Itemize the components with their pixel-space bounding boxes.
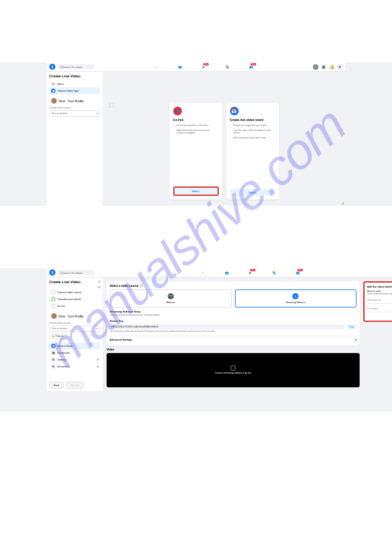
video-preview: Connect streaming software to go live (107, 353, 360, 387)
content-area: ⛶ 📹 Go live Go live by yourself or with … (103, 72, 345, 206)
sidebar-title: Create Live Video ? (49, 280, 100, 284)
profile-row[interactable]: Host · Your Profile (49, 311, 100, 321)
search-input[interactable]: 🔍 Search Facebook (57, 270, 95, 275)
camera-icon: 📷 (168, 293, 174, 299)
video-type-icon: ▣ (51, 89, 55, 93)
groups-icon[interactable]: 👥20+ (249, 64, 254, 69)
menu-icon[interactable]: ▦ (321, 64, 327, 70)
panel-title: Add live video details (367, 285, 392, 288)
stream-key-field[interactable]: FB-532698225558022-0-AbwRpbBlMA9mNBx8l (110, 324, 345, 329)
account-dropdown-icon[interactable]: ▾ (337, 64, 343, 70)
interactivity-icon: ⊕ (51, 364, 55, 369)
camera-icon: 📹 (173, 107, 182, 115)
interactivity-item[interactable]: ⊕ Interactivity▾ (49, 363, 100, 370)
stream-setup-item[interactable]: ▣ Stream Setup (49, 342, 100, 349)
chevron-down-icon: ▾ (97, 327, 98, 330)
description-input[interactable]: Description (367, 306, 392, 312)
video-source-panel: Select a video source ⓘ 📷 Webcam ✎ Strea… (107, 281, 360, 346)
bullet: People can respond to your event (230, 124, 275, 127)
chevron-down-icon: ▾ (97, 365, 98, 368)
notifications-icon[interactable]: 🔔 (329, 64, 335, 70)
left-sidebar: Create Live Video ? 1/3 Connect video so… (47, 278, 103, 391)
create-event-card: 📅 Create live video event People can res… (226, 103, 279, 200)
marketplace-icon[interactable]: 🏪 (272, 270, 277, 275)
postto-dropdown[interactable]: Post on timeline▾ (49, 110, 100, 117)
golive-button[interactable]: Go Live (66, 382, 84, 389)
home-icon: ⌂ (51, 82, 55, 86)
title-input[interactable]: Title (optional) (367, 297, 392, 304)
sidebar-title: Create Live Video (49, 74, 100, 78)
step-icon (51, 290, 55, 294)
subheading: Streaming Software Setup (110, 310, 356, 313)
friends-icon[interactable]: 👥 (178, 64, 183, 69)
bullet: Go live by yourself or with others (173, 124, 219, 127)
facebook-logo[interactable]: f (49, 64, 55, 70)
bullet: Add interactivity tools to keep your aud… (173, 129, 219, 135)
video-placeholder-icon (231, 366, 236, 371)
select-golive-button[interactable]: Select (173, 186, 219, 196)
screenshot-top: f 🔍 Search Facebook ⌂ 👥 ▶20+ 🏪 👥20+ ▦ 🔔 … (0, 62, 392, 206)
help-text: Copy and paste the stream key into your … (110, 314, 356, 317)
advanced-settings-toggle[interactable]: Advanced Settings (110, 338, 132, 341)
expand-icon[interactable]: ⛶ (109, 103, 114, 109)
profile-avatar[interactable] (313, 64, 318, 70)
watch-icon[interactable]: ▶20+ (248, 270, 253, 275)
chevron-down-icon: ▾ (97, 112, 98, 115)
dashboard-item[interactable]: ▦ Dashboard (49, 349, 100, 356)
home-icon[interactable]: ⌂ (201, 270, 206, 275)
back-button[interactable]: Back (49, 382, 64, 389)
friends-icon[interactable]: 👥 (224, 270, 229, 275)
card-title: Go live (173, 118, 219, 122)
facebook-logo[interactable]: f (49, 269, 55, 276)
bullet: Your live video will be available in mor… (230, 129, 275, 135)
search-input[interactable]: 🔍 Search Facebook (57, 64, 95, 69)
card-title: Create live video event (230, 118, 275, 122)
help-text: Your live video will also be added to yo… (367, 293, 392, 295)
panel-title: Select a video source (110, 284, 138, 288)
calendar-icon: 📅 (230, 107, 239, 115)
step-golive: Go live (49, 303, 100, 309)
chevron-down-icon: ▾ (97, 358, 98, 361)
checkmark-icon: ✓ (51, 297, 55, 301)
share-story-label: Share to story (367, 290, 381, 293)
resize-handle[interactable]: ◢ (341, 200, 344, 205)
info-icon[interactable]: ⓘ (140, 284, 143, 288)
postto-label: Choose where to post (49, 322, 100, 324)
copy-button[interactable]: Copy (347, 324, 356, 329)
help-icon[interactable]: ? (98, 280, 100, 284)
postto-label: Choose where to post (49, 107, 100, 109)
avatar (51, 313, 57, 319)
audience-selector[interactable]: 🔒 Only me (49, 334, 66, 339)
step-connect: Connect video source (49, 289, 100, 296)
bullet: We'll remind you about your event (230, 137, 275, 140)
video-heading: Video (107, 348, 360, 351)
sidebar-home[interactable]: ⌂ Home (49, 80, 100, 87)
step-icon (51, 304, 55, 308)
settings-item[interactable]: ⚙ Settings▾ (49, 356, 100, 363)
webcam-option[interactable]: 📷 Webcam (110, 289, 232, 308)
top-bar: f 🔍 Search Facebook ⌂ 👥 ▶20+ 🏪 👥20+ ▦ 🔔 … (47, 268, 392, 278)
stream-key-label: Stream Key (110, 319, 356, 322)
sidebar-choose-type[interactable]: ▣ Choose Video Type (49, 87, 100, 94)
avatar (51, 98, 57, 104)
top-bar: f 🔍 Search Facebook ⌂ 👥 ▶20+ 🏪 👥20+ ▦ 🔔 … (47, 62, 345, 72)
screenshot-bottom: f 🔍 Search Facebook ⌂ 👥 ▶20+ 🏪 👥20+ ▦ 🔔 … (0, 268, 392, 412)
select-event-button[interactable]: Select (230, 189, 275, 196)
groups-icon[interactable]: 👥20+ (295, 270, 300, 275)
gear-icon: ⚙ (51, 357, 55, 362)
help-text: This stream key is valid until you log o… (110, 331, 356, 333)
stream-icon: ▣ (51, 344, 55, 348)
step-complete: ✓ Complete post details (49, 296, 100, 303)
home-icon[interactable]: ⌂ (154, 64, 159, 69)
postto-dropdown[interactable]: Post on timeline▾ (49, 326, 100, 332)
watch-icon[interactable]: ▶20+ (201, 64, 206, 69)
software-icon: ✎ (292, 293, 299, 299)
profile-row[interactable]: Host · Your Profile (49, 96, 100, 105)
dashboard-icon: ▦ (51, 351, 55, 355)
marketplace-icon[interactable]: 🏪 (225, 64, 230, 69)
live-video-details-panel: Add live video details Share to story Yo… (363, 281, 392, 322)
software-option[interactable]: ✎ Streaming Software (235, 289, 357, 308)
left-sidebar: Create Live Video ⌂ Home ▣ Choose Video … (47, 72, 103, 206)
go-live-card: 📹 Go live Go live by yourself or with ot… (170, 103, 222, 200)
chevron-down-icon: ▾ (355, 338, 356, 341)
